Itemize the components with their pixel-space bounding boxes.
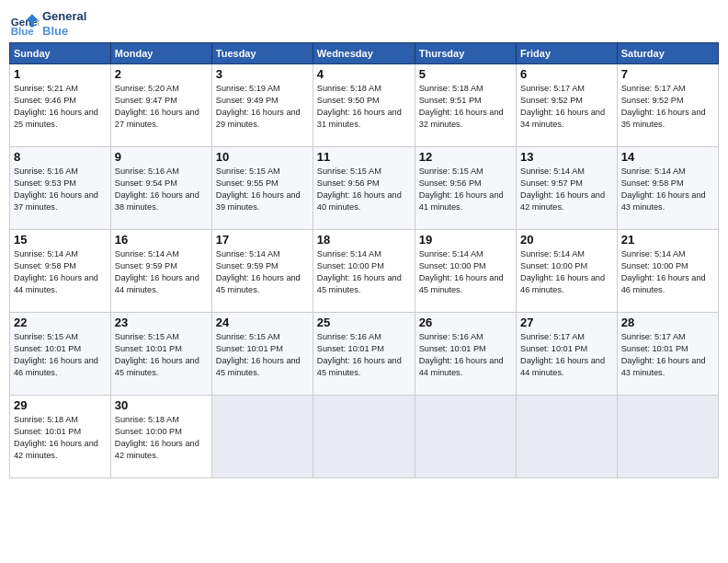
day-info: Sunrise: 5:15 AM Sunset: 10:01 PM Daylig…: [216, 331, 309, 379]
day-info: Sunrise: 5:18 AM Sunset: 9:51 PM Dayligh…: [419, 83, 512, 131]
calendar-cell: 9Sunrise: 5:16 AM Sunset: 9:54 PM Daylig…: [110, 147, 211, 230]
day-info: Sunrise: 5:14 AM Sunset: 9:58 PM Dayligh…: [621, 166, 714, 213]
weekday-header-monday: Monday: [110, 43, 211, 64]
day-number: 3: [216, 67, 309, 81]
day-number: 30: [115, 398, 208, 412]
header: General Blue GeneralBlue: [9, 9, 719, 39]
day-number: 11: [317, 150, 411, 164]
calendar-week-3: 22Sunrise: 5:15 AM Sunset: 10:01 PM Dayl…: [10, 313, 719, 396]
calendar-cell: [415, 396, 516, 478]
day-info: Sunrise: 5:17 AM Sunset: 9:52 PM Dayligh…: [621, 83, 714, 131]
weekday-header-thursday: Thursday: [415, 43, 516, 64]
day-info: Sunrise: 5:14 AM Sunset: 9:59 PM Dayligh…: [216, 248, 309, 296]
day-number: 29: [14, 398, 107, 412]
day-number: 24: [216, 316, 309, 329]
calendar-cell: [517, 396, 618, 478]
calendar-cell: 26Sunrise: 5:16 AM Sunset: 10:01 PM Dayl…: [415, 313, 516, 396]
calendar-week-0: 1Sunrise: 5:21 AM Sunset: 9:46 PM Daylig…: [10, 64, 719, 147]
day-number: 16: [115, 233, 208, 247]
calendar-header-row: SundayMondayTuesdayWednesdayThursdayFrid…: [10, 43, 719, 64]
weekday-header-sunday: Sunday: [10, 43, 111, 64]
day-info: Sunrise: 5:14 AM Sunset: 9:58 PM Dayligh…: [14, 248, 107, 296]
day-info: Sunrise: 5:15 AM Sunset: 9:55 PM Dayligh…: [216, 166, 309, 213]
day-info: Sunrise: 5:18 AM Sunset: 10:01 PM Daylig…: [14, 414, 107, 462]
calendar-cell: 14Sunrise: 5:14 AM Sunset: 9:58 PM Dayli…: [617, 147, 718, 230]
calendar-cell: 22Sunrise: 5:15 AM Sunset: 10:01 PM Dayl…: [10, 313, 111, 396]
day-number: 15: [14, 233, 107, 247]
day-info: Sunrise: 5:16 AM Sunset: 9:54 PM Dayligh…: [115, 166, 208, 213]
day-info: Sunrise: 5:14 AM Sunset: 10:00 PM Daylig…: [520, 248, 613, 296]
calendar-cell: 7Sunrise: 5:17 AM Sunset: 9:52 PM Daylig…: [617, 64, 718, 147]
weekday-header-friday: Friday: [517, 43, 618, 64]
day-info: Sunrise: 5:16 AM Sunset: 10:01 PM Daylig…: [419, 331, 512, 379]
calendar-cell: 4Sunrise: 5:18 AM Sunset: 9:50 PM Daylig…: [313, 64, 415, 147]
calendar-cell: 27Sunrise: 5:17 AM Sunset: 10:01 PM Dayl…: [517, 313, 618, 396]
weekday-header-saturday: Saturday: [617, 43, 718, 64]
calendar-cell: 2Sunrise: 5:20 AM Sunset: 9:47 PM Daylig…: [110, 64, 211, 147]
calendar-cell: 17Sunrise: 5:14 AM Sunset: 9:59 PM Dayli…: [211, 230, 313, 313]
calendar-cell: 19Sunrise: 5:14 AM Sunset: 10:00 PM Dayl…: [415, 230, 516, 313]
day-number: 1: [14, 67, 107, 81]
day-number: 27: [520, 316, 613, 329]
day-info: Sunrise: 5:18 AM Sunset: 10:00 PM Daylig…: [115, 414, 208, 462]
day-info: Sunrise: 5:17 AM Sunset: 9:52 PM Dayligh…: [520, 83, 613, 131]
day-number: 17: [216, 233, 309, 247]
svg-text:Blue: Blue: [11, 26, 35, 37]
day-info: Sunrise: 5:17 AM Sunset: 10:01 PM Daylig…: [621, 331, 714, 379]
day-number: 19: [419, 233, 512, 247]
calendar-cell: 11Sunrise: 5:15 AM Sunset: 9:56 PM Dayli…: [313, 147, 415, 230]
calendar-cell: 25Sunrise: 5:16 AM Sunset: 10:01 PM Dayl…: [313, 313, 415, 396]
day-info: Sunrise: 5:14 AM Sunset: 9:57 PM Dayligh…: [520, 166, 613, 213]
day-number: 9: [115, 150, 208, 164]
calendar-cell: [313, 396, 415, 478]
day-info: Sunrise: 5:16 AM Sunset: 9:53 PM Dayligh…: [14, 166, 107, 213]
day-number: 6: [520, 67, 613, 81]
calendar-cell: 23Sunrise: 5:15 AM Sunset: 10:01 PM Dayl…: [110, 313, 211, 396]
day-number: 18: [317, 233, 411, 247]
day-number: 13: [520, 150, 613, 164]
day-info: Sunrise: 5:15 AM Sunset: 9:56 PM Dayligh…: [419, 166, 512, 213]
calendar-cell: 13Sunrise: 5:14 AM Sunset: 9:57 PM Dayli…: [517, 147, 618, 230]
calendar-week-4: 29Sunrise: 5:18 AM Sunset: 10:01 PM Dayl…: [10, 396, 719, 478]
day-info: Sunrise: 5:14 AM Sunset: 10:00 PM Daylig…: [419, 248, 512, 296]
day-info: Sunrise: 5:14 AM Sunset: 10:00 PM Daylig…: [317, 248, 411, 296]
day-number: 8: [14, 150, 107, 164]
day-number: 10: [216, 150, 309, 164]
calendar-table: SundayMondayTuesdayWednesdayThursdayFrid…: [9, 42, 719, 478]
day-number: 25: [317, 316, 411, 329]
day-number: 21: [621, 233, 714, 247]
calendar-cell: 8Sunrise: 5:16 AM Sunset: 9:53 PM Daylig…: [10, 147, 111, 230]
calendar-cell: 1Sunrise: 5:21 AM Sunset: 9:46 PM Daylig…: [10, 64, 111, 147]
day-number: 4: [317, 67, 411, 81]
day-number: 12: [419, 150, 512, 164]
calendar-cell: 12Sunrise: 5:15 AM Sunset: 9:56 PM Dayli…: [415, 147, 516, 230]
calendar-week-2: 15Sunrise: 5:14 AM Sunset: 9:58 PM Dayli…: [10, 230, 719, 313]
day-info: Sunrise: 5:16 AM Sunset: 10:01 PM Daylig…: [317, 331, 411, 379]
calendar-cell: 21Sunrise: 5:14 AM Sunset: 10:00 PM Dayl…: [617, 230, 718, 313]
calendar-cell: 24Sunrise: 5:15 AM Sunset: 10:01 PM Dayl…: [211, 313, 313, 396]
day-number: 28: [621, 316, 714, 329]
day-info: Sunrise: 5:15 AM Sunset: 10:01 PM Daylig…: [115, 331, 208, 379]
day-number: 22: [14, 316, 107, 329]
logo-text: GeneralBlue: [42, 9, 86, 38]
calendar-cell: 28Sunrise: 5:17 AM Sunset: 10:01 PM Dayl…: [617, 313, 718, 396]
day-info: Sunrise: 5:17 AM Sunset: 10:01 PM Daylig…: [520, 331, 613, 379]
day-number: 23: [115, 316, 208, 329]
day-info: Sunrise: 5:18 AM Sunset: 9:50 PM Dayligh…: [317, 83, 411, 131]
weekday-header-tuesday: Tuesday: [211, 43, 313, 64]
calendar-cell: 3Sunrise: 5:19 AM Sunset: 9:49 PM Daylig…: [211, 64, 313, 147]
calendar-cell: 10Sunrise: 5:15 AM Sunset: 9:55 PM Dayli…: [211, 147, 313, 230]
day-number: 26: [419, 316, 512, 329]
calendar-cell: 15Sunrise: 5:14 AM Sunset: 9:58 PM Dayli…: [10, 230, 111, 313]
day-number: 14: [621, 150, 714, 164]
calendar-cell: 6Sunrise: 5:17 AM Sunset: 9:52 PM Daylig…: [517, 64, 618, 147]
weekday-header-wednesday: Wednesday: [313, 43, 415, 64]
day-info: Sunrise: 5:20 AM Sunset: 9:47 PM Dayligh…: [115, 83, 208, 131]
day-info: Sunrise: 5:15 AM Sunset: 9:56 PM Dayligh…: [317, 166, 411, 213]
calendar-body: 1Sunrise: 5:21 AM Sunset: 9:46 PM Daylig…: [10, 64, 719, 478]
logo: General Blue GeneralBlue: [9, 9, 86, 39]
calendar-cell: 30Sunrise: 5:18 AM Sunset: 10:00 PM Dayl…: [110, 396, 211, 478]
calendar-cell: 16Sunrise: 5:14 AM Sunset: 9:59 PM Dayli…: [110, 230, 211, 313]
day-number: 7: [621, 67, 714, 81]
calendar-cell: 29Sunrise: 5:18 AM Sunset: 10:01 PM Dayl…: [10, 396, 111, 478]
